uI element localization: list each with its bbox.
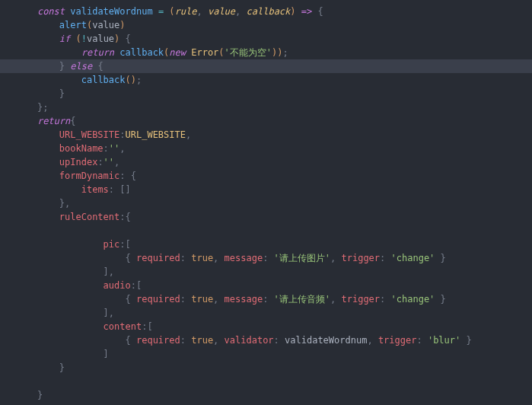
code-line[interactable]: ruleContent:{ [0, 210, 532, 224]
code-line[interactable]: upIndex:'', [0, 155, 532, 169]
code-line[interactable]: const validateWordnum = (rule, value, ca… [0, 5, 532, 18]
code-content[interactable]: ruleContent:{ [15, 210, 532, 224]
code-line[interactable]: alert(value) [0, 18, 532, 32]
code-line[interactable]: audio:[ [0, 279, 532, 292]
token: ] [104, 266, 109, 277]
token: 'change' [391, 253, 435, 263]
token: value [92, 20, 119, 30]
code-content[interactable]: bookName:'', [15, 142, 532, 155]
token: Error [191, 47, 218, 58]
token: ) [131, 75, 136, 85]
gutter [0, 59, 15, 73]
code-content[interactable]: pic:[ [15, 238, 532, 251]
code-line[interactable]: }; [0, 100, 532, 114]
code-line[interactable]: } else { [0, 59, 532, 73]
token: } [59, 362, 65, 373]
code-line[interactable]: if (!value) { [0, 32, 532, 46]
code-content[interactable]: }; [15, 100, 532, 114]
code-content[interactable]: return callback(new Error('不能为空')); [15, 46, 532, 59]
code-content[interactable]: items: [] [15, 183, 532, 196]
code-line[interactable]: content:[ [0, 320, 532, 333]
code-line[interactable]: } [0, 388, 532, 402]
token: ( [75, 33, 81, 44]
code-content[interactable]: if (!value) { [15, 32, 532, 46]
token: validator [225, 335, 274, 346]
code-line[interactable]: formDynamic: { [0, 169, 532, 183]
code-line[interactable]: { required: true, validator: validateWor… [0, 333, 532, 347]
token: [ [119, 184, 125, 195]
code-line[interactable]: ], [0, 265, 532, 279]
code-line[interactable] [0, 375, 532, 388]
token: : [274, 335, 285, 346]
gutter [0, 361, 15, 375]
token: validateWordnum [285, 335, 367, 346]
token [119, 33, 125, 44]
code-content[interactable]: { required: true, message: '请上传图片', trig… [15, 251, 532, 265]
token: { [70, 116, 75, 126]
token: ) [277, 47, 282, 58]
code-line[interactable]: callback(); [0, 73, 532, 87]
gutter [0, 169, 15, 183]
gutter [0, 100, 15, 114]
code-content[interactable] [15, 224, 532, 238]
code-content[interactable]: } [15, 87, 532, 100]
token: , [213, 253, 224, 263]
token: [ [136, 280, 142, 291]
code-content[interactable]: ], [15, 265, 532, 279]
code-content[interactable]: upIndex:'', [15, 155, 532, 169]
code-content[interactable]: ], [15, 306, 532, 320]
code-line[interactable] [0, 224, 532, 238]
code-line[interactable]: ] [0, 347, 532, 361]
code-line[interactable]: } [0, 361, 532, 375]
code-line[interactable]: items: [] [0, 183, 532, 196]
code-line[interactable]: { required: true, message: '请上传音频', trig… [0, 292, 532, 306]
code-line[interactable]: ], [0, 306, 532, 320]
code-content[interactable]: { required: true, validator: validateWor… [15, 333, 532, 347]
token: ] [126, 184, 131, 195]
code-content[interactable]: const validateWordnum = (rule, value, ca… [15, 5, 532, 18]
code-line[interactable]: bookName:'', [0, 142, 532, 155]
token: '' [104, 157, 114, 167]
token: [ [126, 239, 131, 250]
code-line[interactable]: }, [0, 196, 532, 210]
code-line[interactable]: pic:[ [0, 238, 532, 251]
code-content[interactable]: URL_WEBSITE:URL_WEBSITE, [15, 128, 532, 142]
code-content[interactable]: } [15, 388, 532, 402]
token: content [104, 321, 142, 332]
token: required [136, 335, 180, 346]
code-editor[interactable]: const validateWordnum = (rule, value, ca… [0, 5, 532, 402]
code-content[interactable]: audio:[ [15, 279, 532, 292]
token: return [81, 47, 120, 58]
token: , [196, 6, 207, 17]
token: trigger [342, 294, 381, 305]
code-line[interactable]: URL_WEBSITE:URL_WEBSITE, [0, 128, 532, 142]
code-line[interactable]: return{ [0, 114, 532, 128]
code-content[interactable]: alert(value) [15, 18, 532, 32]
token [153, 6, 158, 17]
code-content[interactable]: return{ [15, 114, 532, 128]
code-line[interactable]: { required: true, message: '请上传图片', trig… [0, 251, 532, 265]
code-content[interactable]: } else { [15, 59, 532, 73]
token: 'change' [391, 294, 435, 305]
token: : [119, 239, 125, 250]
code-content[interactable]: ] [15, 347, 532, 361]
code-line[interactable]: } [0, 87, 532, 100]
token: } [435, 294, 445, 305]
gutter [0, 375, 15, 388]
code-content[interactable]: }, [15, 196, 532, 210]
token: , [109, 266, 114, 277]
code-content[interactable]: content:[ [15, 320, 532, 333]
code-content[interactable] [15, 375, 532, 388]
token: formDynamic [59, 171, 119, 181]
token: ; [283, 47, 288, 58]
code-line[interactable]: return callback(new Error('不能为空')); [0, 46, 532, 59]
token: : [263, 294, 273, 305]
code-content[interactable]: callback(); [15, 73, 532, 87]
code-content[interactable]: formDynamic: { [15, 169, 532, 183]
token: true [191, 253, 213, 263]
token: ( [126, 75, 131, 85]
token: , [119, 143, 125, 154]
code-content[interactable]: } [15, 361, 532, 375]
code-content[interactable]: { required: true, message: '请上传音频', trig… [15, 292, 532, 306]
token: URL_WEBSITE [126, 129, 186, 140]
